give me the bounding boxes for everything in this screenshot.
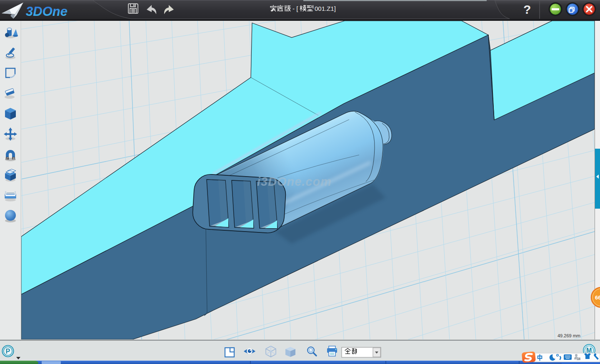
- svg-text:66: 66: [595, 294, 600, 301]
- svg-text:14: 14: [577, 357, 580, 360]
- svg-text:P: P: [6, 348, 10, 355]
- svg-text:- [: - [: [292, 5, 298, 12]
- svg-text:3DOne: 3DOne: [26, 4, 68, 19]
- svg-text:i3DOne.com: i3DOne.com: [257, 175, 332, 188]
- svg-text:49.269 mm: 49.269 mm: [558, 333, 580, 338]
- svg-text:?: ?: [523, 2, 531, 16]
- svg-text:001.Z1]: 001.Z1]: [315, 5, 336, 12]
